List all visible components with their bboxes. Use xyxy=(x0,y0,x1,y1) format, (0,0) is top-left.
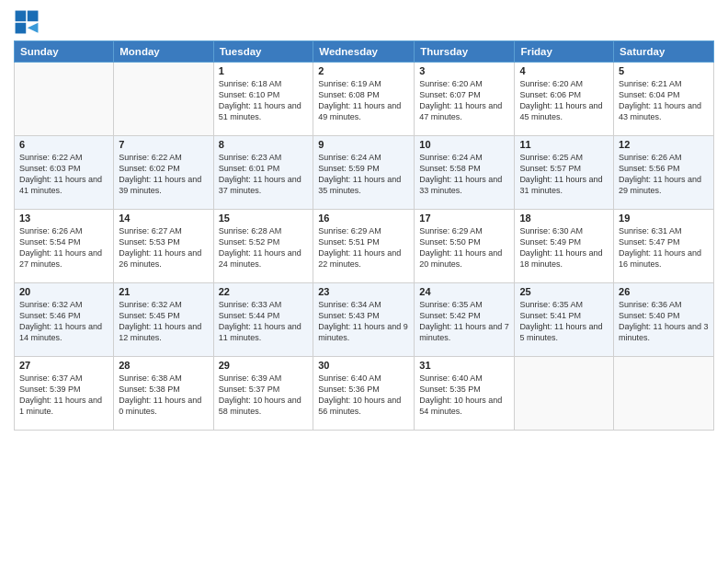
day-info: Sunrise: 6:28 AM Sunset: 5:52 PM Dayligh… xyxy=(219,225,309,270)
day-number: 14 xyxy=(119,213,208,224)
day-info: Sunrise: 6:23 AM Sunset: 6:01 PM Dayligh… xyxy=(219,152,309,197)
day-number: 26 xyxy=(619,286,709,297)
day-info: Sunrise: 6:35 AM Sunset: 5:42 PM Dayligh… xyxy=(419,299,509,344)
calendar-cell: 20Sunrise: 6:32 AM Sunset: 5:46 PM Dayli… xyxy=(15,283,114,357)
calendar-table: SundayMondayTuesdayWednesdayThursdayFrid… xyxy=(14,40,714,431)
calendar-header-saturday: Saturday xyxy=(614,41,714,63)
day-number: 10 xyxy=(419,139,509,150)
day-number: 30 xyxy=(318,360,409,371)
calendar-cell: 21Sunrise: 6:32 AM Sunset: 5:45 PM Dayli… xyxy=(114,283,213,357)
calendar-cell xyxy=(114,63,213,136)
day-info: Sunrise: 6:40 AM Sunset: 5:35 PM Dayligh… xyxy=(419,373,509,418)
day-number: 4 xyxy=(519,65,609,76)
day-number: 11 xyxy=(519,139,609,150)
day-info: Sunrise: 6:32 AM Sunset: 5:46 PM Dayligh… xyxy=(19,299,108,344)
day-info: Sunrise: 6:40 AM Sunset: 5:36 PM Dayligh… xyxy=(318,373,409,418)
calendar-cell: 2Sunrise: 6:19 AM Sunset: 6:08 PM Daylig… xyxy=(313,63,415,136)
day-info: Sunrise: 6:24 AM Sunset: 5:58 PM Dayligh… xyxy=(419,152,509,197)
day-info: Sunrise: 6:37 AM Sunset: 5:39 PM Dayligh… xyxy=(19,373,108,418)
calendar-cell xyxy=(15,63,114,136)
day-number: 25 xyxy=(519,286,609,297)
calendar-cell: 18Sunrise: 6:30 AM Sunset: 5:49 PM Dayli… xyxy=(515,210,614,283)
day-info: Sunrise: 6:18 AM Sunset: 6:10 PM Dayligh… xyxy=(219,78,309,123)
day-number: 19 xyxy=(619,213,709,224)
svg-rect-1 xyxy=(16,11,27,22)
day-info: Sunrise: 6:26 AM Sunset: 5:56 PM Dayligh… xyxy=(619,152,709,197)
calendar-week-4: 27Sunrise: 6:37 AM Sunset: 5:39 PM Dayli… xyxy=(15,357,714,431)
page: SundayMondayTuesdayWednesdayThursdayFrid… xyxy=(0,0,728,563)
day-info: Sunrise: 6:29 AM Sunset: 5:50 PM Dayligh… xyxy=(419,225,509,270)
day-number: 18 xyxy=(519,213,609,224)
calendar-cell: 6Sunrise: 6:22 AM Sunset: 6:03 PM Daylig… xyxy=(15,136,114,210)
day-number: 3 xyxy=(419,65,509,76)
day-info: Sunrise: 6:19 AM Sunset: 6:08 PM Dayligh… xyxy=(318,78,409,123)
header xyxy=(14,9,714,35)
day-number: 12 xyxy=(619,139,709,150)
day-info: Sunrise: 6:35 AM Sunset: 5:41 PM Dayligh… xyxy=(519,299,609,344)
day-info: Sunrise: 6:36 AM Sunset: 5:40 PM Dayligh… xyxy=(619,299,709,344)
day-number: 17 xyxy=(419,213,509,224)
logo-icon xyxy=(14,9,40,35)
calendar-header-tuesday: Tuesday xyxy=(213,41,313,63)
calendar-cell: 23Sunrise: 6:34 AM Sunset: 5:43 PM Dayli… xyxy=(313,283,415,357)
day-info: Sunrise: 6:33 AM Sunset: 5:44 PM Dayligh… xyxy=(219,299,309,344)
calendar-cell: 9Sunrise: 6:24 AM Sunset: 5:59 PM Daylig… xyxy=(313,136,415,210)
calendar-header-friday: Friday xyxy=(515,41,614,63)
day-info: Sunrise: 6:21 AM Sunset: 6:04 PM Dayligh… xyxy=(619,78,709,123)
calendar-cell: 22Sunrise: 6:33 AM Sunset: 5:44 PM Dayli… xyxy=(213,283,313,357)
calendar-header-sunday: Sunday xyxy=(15,41,114,63)
day-info: Sunrise: 6:22 AM Sunset: 6:03 PM Dayligh… xyxy=(19,152,108,197)
calendar-cell: 28Sunrise: 6:38 AM Sunset: 5:38 PM Dayli… xyxy=(114,357,213,431)
calendar-cell: 10Sunrise: 6:24 AM Sunset: 5:58 PM Dayli… xyxy=(415,136,515,210)
day-number: 9 xyxy=(318,139,409,150)
day-number: 2 xyxy=(318,65,409,76)
calendar-cell: 11Sunrise: 6:25 AM Sunset: 5:57 PM Dayli… xyxy=(515,136,614,210)
day-info: Sunrise: 6:34 AM Sunset: 5:43 PM Dayligh… xyxy=(318,299,409,344)
day-number: 15 xyxy=(219,213,309,224)
day-info: Sunrise: 6:29 AM Sunset: 5:51 PM Dayligh… xyxy=(318,225,409,270)
day-info: Sunrise: 6:25 AM Sunset: 5:57 PM Dayligh… xyxy=(519,152,609,197)
calendar-cell: 30Sunrise: 6:40 AM Sunset: 5:36 PM Dayli… xyxy=(313,357,415,431)
calendar-cell: 31Sunrise: 6:40 AM Sunset: 5:35 PM Dayli… xyxy=(415,357,515,431)
day-number: 28 xyxy=(119,360,208,371)
calendar-cell: 14Sunrise: 6:27 AM Sunset: 5:53 PM Dayli… xyxy=(114,210,213,283)
day-info: Sunrise: 6:20 AM Sunset: 6:07 PM Dayligh… xyxy=(419,78,509,123)
day-info: Sunrise: 6:38 AM Sunset: 5:38 PM Dayligh… xyxy=(119,373,208,418)
day-info: Sunrise: 6:24 AM Sunset: 5:59 PM Dayligh… xyxy=(318,152,409,197)
calendar-header-monday: Monday xyxy=(114,41,213,63)
day-info: Sunrise: 6:30 AM Sunset: 5:49 PM Dayligh… xyxy=(519,225,609,270)
day-info: Sunrise: 6:27 AM Sunset: 5:53 PM Dayligh… xyxy=(119,225,208,270)
calendar-cell: 12Sunrise: 6:26 AM Sunset: 5:56 PM Dayli… xyxy=(614,136,714,210)
day-number: 16 xyxy=(318,213,409,224)
day-info: Sunrise: 6:26 AM Sunset: 5:54 PM Dayligh… xyxy=(19,225,108,270)
day-number: 24 xyxy=(419,286,509,297)
calendar-cell: 13Sunrise: 6:26 AM Sunset: 5:54 PM Dayli… xyxy=(15,210,114,283)
calendar-cell: 19Sunrise: 6:31 AM Sunset: 5:47 PM Dayli… xyxy=(614,210,714,283)
day-number: 8 xyxy=(219,139,309,150)
calendar-week-3: 20Sunrise: 6:32 AM Sunset: 5:46 PM Dayli… xyxy=(15,283,714,357)
calendar-cell: 24Sunrise: 6:35 AM Sunset: 5:42 PM Dayli… xyxy=(415,283,515,357)
logo xyxy=(14,9,43,35)
calendar-cell: 26Sunrise: 6:36 AM Sunset: 5:40 PM Dayli… xyxy=(614,283,714,357)
day-info: Sunrise: 6:22 AM Sunset: 6:02 PM Dayligh… xyxy=(119,152,208,197)
calendar-cell: 17Sunrise: 6:29 AM Sunset: 5:50 PM Dayli… xyxy=(415,210,515,283)
calendar-header-wednesday: Wednesday xyxy=(313,41,415,63)
day-number: 13 xyxy=(19,213,108,224)
calendar-cell: 4Sunrise: 6:20 AM Sunset: 6:06 PM Daylig… xyxy=(515,63,614,136)
calendar-cell: 7Sunrise: 6:22 AM Sunset: 6:02 PM Daylig… xyxy=(114,136,213,210)
calendar-week-2: 13Sunrise: 6:26 AM Sunset: 5:54 PM Dayli… xyxy=(15,210,714,283)
calendar-header-row: SundayMondayTuesdayWednesdayThursdayFrid… xyxy=(15,41,714,63)
calendar-week-1: 6Sunrise: 6:22 AM Sunset: 6:03 PM Daylig… xyxy=(15,136,714,210)
calendar-cell: 15Sunrise: 6:28 AM Sunset: 5:52 PM Dayli… xyxy=(213,210,313,283)
day-number: 6 xyxy=(19,139,108,150)
calendar-cell: 27Sunrise: 6:37 AM Sunset: 5:39 PM Dayli… xyxy=(15,357,114,431)
day-info: Sunrise: 6:20 AM Sunset: 6:06 PM Dayligh… xyxy=(519,78,609,123)
day-number: 20 xyxy=(19,286,108,297)
calendar-cell xyxy=(515,357,614,431)
calendar-cell: 5Sunrise: 6:21 AM Sunset: 6:04 PM Daylig… xyxy=(614,63,714,136)
calendar-cell: 25Sunrise: 6:35 AM Sunset: 5:41 PM Dayli… xyxy=(515,283,614,357)
day-number: 21 xyxy=(119,286,208,297)
day-info: Sunrise: 6:32 AM Sunset: 5:45 PM Dayligh… xyxy=(119,299,208,344)
day-number: 23 xyxy=(318,286,409,297)
svg-rect-3 xyxy=(16,23,27,34)
